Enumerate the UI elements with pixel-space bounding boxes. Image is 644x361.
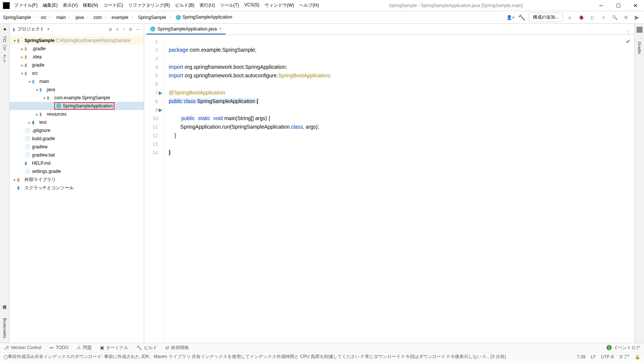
menu-refactor[interactable]: リファクタリング(R) [128,2,170,9]
editor-panel: SpringSampleApplication.java × ⋮ 1 2 3 4… [144,24,634,343]
run-icon[interactable]: ▶ [566,13,574,22]
tw-vcs[interactable]: ⎇ Version Control [4,345,41,350]
menu-tools[interactable]: ツール(T) [220,2,239,9]
coverage-icon[interactable]: ◧ [588,13,596,22]
tree-gradlew-bat[interactable]: 📄gradlew.bat [10,151,144,159]
tree-idea-dir[interactable]: ▸▮.idea [10,53,144,61]
tree-app-class[interactable]: SpringSampleApplication [10,102,144,110]
search-icon[interactable]: 🔍 [611,13,619,22]
menu-window[interactable]: ウィンドウ(W) [265,2,294,9]
status-encoding[interactable]: UTF-8 [601,354,614,360]
menu-code[interactable]: コード(C) [103,2,123,9]
menu-navigate[interactable]: 移動(N) [83,2,98,9]
gutter-run-icon[interactable]: ▶ [158,88,162,97]
menu-view[interactable]: 表示(V) [63,2,78,9]
main-menu: ファイル(F) 編集(E) 表示(V) 移動(N) コード(C) リファクタリン… [13,2,319,9]
tw-terminal[interactable]: ▣ ターミナル [100,345,128,351]
editor-tab[interactable]: SpringSampleApplication.java × [146,24,226,35]
breadcrumb-item[interactable]: SpringSample [3,15,31,20]
tw-problems[interactable]: ⚠ 問題 [77,345,92,351]
menu-vcs[interactable]: VCS(S) [244,2,259,9]
stripe-bookmarks[interactable]: Bookmarks [3,318,7,338]
add-user-icon[interactable]: 👤▾ [507,13,515,22]
run-anything-icon[interactable]: ▶ [633,13,641,22]
breadcrumb-item[interactable]: SpringSample [138,15,166,20]
status-line-ending[interactable]: LF [590,354,596,360]
right-tool-stripe: Gradle [634,24,644,343]
tree-main[interactable]: ▾▮main [10,77,144,86]
close-button[interactable]: ✕ [627,0,644,11]
app-logo-icon [3,2,10,9]
breadcrumb-item[interactable]: main [56,15,66,20]
tree-scratch[interactable]: ▮スクラッチとコンソール [10,184,144,192]
project-panel: ▮ プロジェクト ▼ ⊕ ≡ ÷ ⚙ — ▾▮ SpringSample C:¥… [10,24,144,343]
gutter-run-icon[interactable]: ▶ [158,106,162,114]
maximize-button[interactable]: ☐ [610,0,627,11]
status-icon[interactable]: ▢ [4,354,8,360]
tree-gradle-dir[interactable]: ▸▮.gradle [10,45,144,53]
menu-edit[interactable]: 編集(E) [43,2,58,9]
status-indent[interactable]: タブ* [619,354,630,360]
code-editor[interactable]: ✔package com.example.SpringSample; impor… [165,35,634,343]
class-icon [150,26,155,32]
tree-root[interactable]: ▾▮ SpringSample C:¥SpringBootSample¥Spri… [10,36,144,45]
settings-icon[interactable]: ⚙ [622,13,630,22]
tree-src[interactable]: ▾▮src [10,69,144,77]
menu-run[interactable]: 実行(U) [200,2,215,9]
chevron-down-icon[interactable]: ▼ [46,27,50,31]
title-bar: ファイル(F) 編集(E) 表示(V) 移動(N) コード(C) リファクタリン… [0,0,644,11]
tree-ext-libs[interactable]: ▸▮外部ライブラリ [10,175,144,184]
breadcrumb-item[interactable]: example [111,15,128,20]
settings-icon[interactable]: ⚙ [129,27,133,32]
breadcrumb-item[interactable]: com [93,15,102,20]
tw-todo[interactable]: ≔ TODO [49,345,68,350]
stripe-gradle[interactable]: Gradle [637,42,642,54]
hide-icon[interactable]: — [136,27,141,32]
tree-resources[interactable]: ▸▮resources [10,110,144,118]
project-icon: ▮ [13,27,15,32]
breadcrumb-item[interactable]: java [75,15,84,20]
stripe-project[interactable]: ■ プロジェクト [2,27,7,61]
menu-help[interactable]: ヘルプ(H) [299,2,319,9]
status-bar: ▢ 事前作成済み共有インデックスのダウンロード: 事前に作成された JDK、Ma… [0,352,644,361]
tree-settings-gradle[interactable]: 📄settings.gradle [10,167,144,175]
gutter: 1 2 3 4 5 6 7▶ 8 9▶ 10 11 12 13 14 [144,35,165,343]
left-tool-stripe: ■ プロジェクト 構造 Bookmarks [0,24,10,343]
gradle-icon[interactable] [637,27,643,33]
tw-build[interactable]: 🔨 ビルド [136,345,157,351]
inspection-ok-icon[interactable]: ✔ [626,37,631,46]
more-tabs-icon[interactable]: ⋮ [626,29,631,35]
expand-all-icon[interactable]: ≡ [116,27,119,32]
debug-icon[interactable]: 🐞 [577,13,585,22]
status-message[interactable]: 事前作成済み共有インデックスのダウンロード: 事前に作成された JDK、Mave… [8,354,572,360]
tree-gradle[interactable]: ▸▮gradle [10,61,144,69]
tool-window-bar: ⎇ Version Control ≔ TODO ⚠ 問題 ▣ ターミナル 🔨 … [0,343,644,352]
tree-java[interactable]: ▾▮java [10,86,144,94]
project-tree: ▾▮ SpringSample C:¥SpringBootSample¥Spri… [10,35,144,343]
tree-help-md[interactable]: ▮HELP.md [10,159,144,167]
breadcrumb-item[interactable]: src [41,15,46,20]
readonly-lock-icon[interactable]: 🔒 [635,354,640,360]
menu-build[interactable]: ビルド(B) [175,2,194,9]
tw-eventlog[interactable]: 1 イベントログ [606,345,640,351]
minimize-button[interactable]: ─ [593,0,610,11]
select-opened-icon[interactable]: ⊕ [109,27,112,32]
tree-gitignore[interactable]: 📄.gitignore [10,126,144,135]
run-config-button[interactable]: 構成の追加... [529,13,563,22]
class-icon [56,103,61,109]
menu-file[interactable]: ファイル(F) [14,2,38,9]
tab-label: SpringSampleApplication.java [158,26,217,32]
close-tab-icon[interactable]: × [219,26,222,32]
tree-test[interactable]: ▸▮test [10,118,144,126]
tree-build-gradle[interactable]: 📄build.gradle [10,135,144,143]
tree-package[interactable]: ▾▮com.example.SpringSample [10,94,144,102]
status-caret-pos[interactable]: 7:39 [577,354,585,360]
tw-deps[interactable]: ⇄ 依存関係 [165,345,189,351]
breadcrumb-item[interactable]: SpringSampleApplication [176,14,232,20]
build-icon[interactable]: 🔨 [518,13,526,22]
collapse-all-icon[interactable]: ÷ [122,27,125,32]
stop-icon[interactable]: ■ [599,13,608,22]
class-icon [176,15,181,20]
tree-gradlew[interactable]: 📄gradlew [10,143,144,151]
breadcrumb: SpringSample〉 src〉 main〉 java〉 com〉 exam… [3,14,232,20]
